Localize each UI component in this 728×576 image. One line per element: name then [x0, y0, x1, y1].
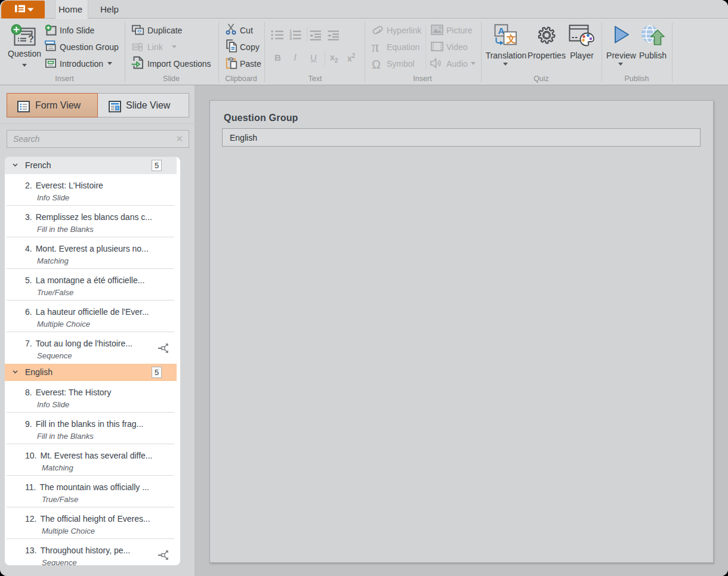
- svg-text:Ω: Ω: [372, 58, 381, 70]
- svg-text:?: ?: [28, 34, 34, 44]
- svg-text:文: 文: [506, 33, 516, 44]
- svg-text:π: π: [372, 41, 380, 53]
- svg-text:3: 3: [289, 36, 292, 41]
